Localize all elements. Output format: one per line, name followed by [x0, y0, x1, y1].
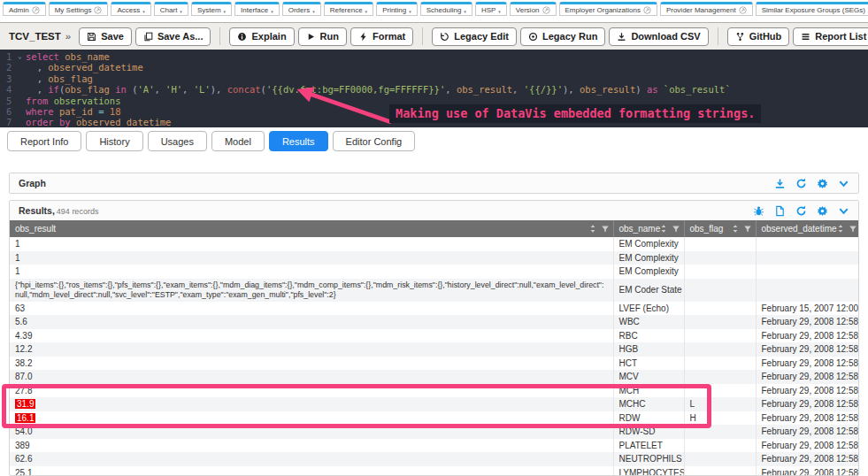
- sort-icon[interactable]: [732, 224, 739, 234]
- table-row[interactable]: 27.8MCHFebruary 29, 2008 12:58 PM: [10, 384, 859, 398]
- external-link-icon: [643, 6, 651, 14]
- table-row[interactable]: 1EM Complexity: [10, 237, 859, 251]
- nav-tab-reference[interactable]: Reference▾: [324, 2, 373, 16]
- format-button[interactable]: Format: [350, 27, 413, 46]
- refresh-icon[interactable]: [795, 178, 807, 189]
- chevron-down-icon[interactable]: [838, 205, 849, 217]
- nav-tab-version[interactable]: Version: [510, 2, 557, 16]
- column-header-obs_name[interactable]: obs_name: [613, 220, 684, 237]
- nav-tab-hsp[interactable]: HSP▾: [475, 2, 507, 16]
- nav-tab-label: Interface: [241, 6, 268, 14]
- table-row[interactable]: {"hpi_items":{},"ros_items":{},"pfs_item…: [10, 279, 859, 302]
- run-button[interactable]: Run: [298, 27, 347, 46]
- bug-icon[interactable]: [753, 205, 764, 217]
- button-label: Report List: [815, 31, 866, 42]
- tab-results[interactable]: Results: [269, 131, 328, 151]
- file-icon[interactable]: [774, 205, 786, 217]
- cell-obs-flag: [684, 315, 756, 329]
- nav-tab-access[interactable]: Access▾: [111, 2, 150, 16]
- table-row[interactable]: 87.0MCVFebruary 29, 2008 12:58 PM: [10, 370, 859, 384]
- table-row[interactable]: 62.6NEUTROPHILSFebruary 29, 2008 12:58 P…: [10, 452, 859, 466]
- fold-gutter: [14, 106, 26, 117]
- filter-icon[interactable]: [601, 225, 610, 234]
- table-row[interactable]: 54.0RDW-SDFebruary 29, 2008 12:58 PM: [10, 425, 859, 439]
- github-button[interactable]: GitHub: [727, 27, 790, 46]
- legacy-edit-button[interactable]: Legacy Edit: [432, 27, 517, 46]
- sort-icon[interactable]: [589, 224, 596, 234]
- column-header-observed_datetime[interactable]: observed_datetime: [756, 220, 859, 237]
- nav-tab-system[interactable]: System▾: [191, 2, 232, 16]
- column-label: obs_name: [619, 224, 661, 234]
- gear-icon[interactable]: [817, 178, 828, 189]
- filter-icon[interactable]: [743, 225, 752, 234]
- table-row[interactable]: 1EM Complexity: [10, 251, 859, 265]
- table-row[interactable]: 31.9MCHCLFebruary 29, 2008 12:58 PM: [10, 397, 859, 411]
- report-name[interactable]: TCV_TEST»: [9, 31, 71, 42]
- table-row[interactable]: 12.2HGBFebruary 29, 2008 12:58 PM: [10, 342, 859, 357]
- cell-observed-datetime: February 15, 2007 12:00 AM: [756, 302, 859, 316]
- nav-tab-employer-organizations[interactable]: Employer Organizations: [559, 2, 657, 16]
- sort-icon[interactable]: [837, 224, 844, 234]
- nav-tab-admin[interactable]: Admin: [3, 2, 46, 16]
- nav-tab-interface[interactable]: Interface▾: [234, 2, 280, 16]
- nav-tab-printing[interactable]: Printing▾: [376, 2, 418, 16]
- save-as--button[interactable]: Save As...: [135, 27, 211, 46]
- sql-code: , obs_flag: [26, 73, 868, 84]
- tab-usages[interactable]: Usages: [148, 131, 207, 151]
- button-label: Explain: [251, 31, 286, 42]
- gear-icon[interactable]: [817, 205, 828, 217]
- chevron-down-icon[interactable]: [838, 178, 849, 189]
- download-icon[interactable]: [774, 178, 786, 189]
- sql-line: 4 , if(obs_flag in ('A', 'H', 'L'), conc…: [0, 84, 868, 95]
- cell-obs-name: RBC: [613, 329, 684, 343]
- table-row[interactable]: 1EM Complexity: [10, 265, 859, 279]
- tab-report-info[interactable]: Report Info: [7, 131, 81, 151]
- nav-tab-similar-exposure-groups-segs-[interactable]: Similar Exposure Groups (SEGs): [756, 2, 868, 16]
- nav-tab-my-settings[interactable]: My Settings: [49, 2, 109, 16]
- refresh-icon[interactable]: [795, 205, 807, 217]
- table-row[interactable]: 38.2HCTFebruary 29, 2008 12:58 PM: [10, 357, 859, 371]
- annotation-arrow: [288, 81, 399, 126]
- table-row[interactable]: 389PLATELETFebruary 29, 2008 12:58 PM: [10, 439, 859, 453]
- report-list-button[interactable]: Report List: [793, 27, 868, 46]
- nav-tab-provider-management[interactable]: Provider Management: [660, 2, 753, 16]
- save-button[interactable]: Save: [79, 27, 132, 46]
- tab-model[interactable]: Model: [211, 131, 265, 151]
- column-label: obs_result: [15, 224, 56, 234]
- flagged-result-value: 16.1: [15, 413, 35, 423]
- table-row[interactable]: 16.1RDWHFebruary 29, 2008 12:58 PM: [10, 411, 859, 426]
- fold-caret-icon[interactable]: ⌄: [14, 51, 26, 62]
- table-row[interactable]: 4.39RBCFebruary 29, 2008 12:58 PM: [10, 329, 859, 343]
- cell-obs-name: EM Complexity: [613, 265, 684, 279]
- cell-obs-name: MCV: [613, 370, 684, 384]
- download-csv-button[interactable]: Download CSV: [609, 27, 708, 46]
- filter-icon[interactable]: [672, 225, 680, 234]
- nav-tab-chart[interactable]: Chart▾: [154, 2, 188, 16]
- tab-editor-config[interactable]: Editor Config: [333, 131, 416, 151]
- nav-tab-orders[interactable]: Orders▾: [282, 2, 321, 16]
- cell-obs-flag: L: [684, 397, 756, 411]
- table-row[interactable]: 5.6WBCFebruary 29, 2008 12:58 PM: [10, 315, 859, 329]
- explain-button[interactable]: Explain: [229, 27, 294, 46]
- cell-obs-name: MCH: [613, 384, 684, 398]
- legacy-run-button[interactable]: Legacy Run: [520, 27, 605, 46]
- column-header-obs_result[interactable]: obs_result: [10, 220, 613, 237]
- cell-obs-name: NEUTROPHILS: [613, 452, 684, 466]
- results-panel-header[interactable]: Results,494 records: [10, 201, 858, 220]
- cell-obs-result: 38.2: [10, 357, 613, 371]
- table-row[interactable]: 63LVEF (Echo)February 15, 2007 12:00 AM: [10, 302, 859, 316]
- graph-panel-header[interactable]: Graph: [10, 173, 858, 193]
- github-icon: [735, 32, 745, 42]
- column-header-obs_flag[interactable]: obs_flag: [684, 220, 756, 237]
- cell-obs-name: PLATELET: [613, 439, 684, 453]
- tab-history[interactable]: History: [86, 131, 142, 151]
- cell-observed-datetime: [756, 251, 859, 265]
- sort-icon[interactable]: [660, 224, 667, 234]
- format-icon: [358, 32, 368, 42]
- line-number: 3: [0, 73, 14, 84]
- nav-tab-scheduling[interactable]: Scheduling▾: [420, 2, 472, 16]
- table-row[interactable]: 25.1LYMPHOCYTESFebruary 29, 2008 12:58 P…: [10, 466, 859, 476]
- sql-editor[interactable]: 1⌄select obs_name2 , observed_datetime3 …: [0, 50, 868, 127]
- filter-icon[interactable]: [849, 225, 857, 234]
- report-name-chevron[interactable]: »: [65, 31, 71, 42]
